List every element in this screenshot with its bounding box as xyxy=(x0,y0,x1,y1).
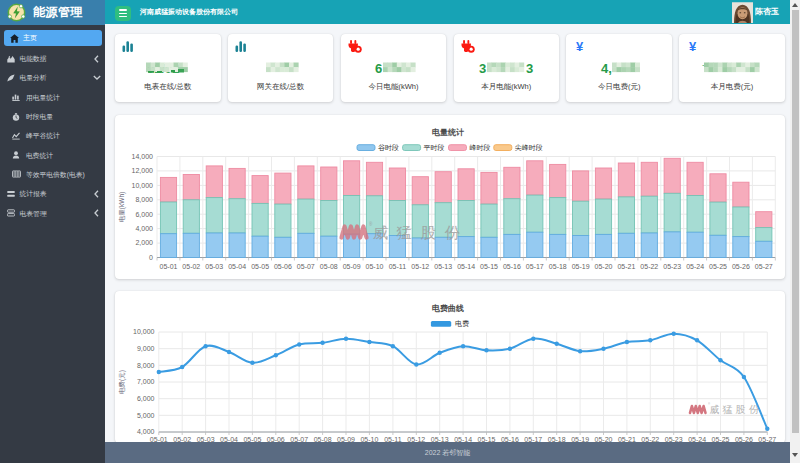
svg-text:05-18: 05-18 xyxy=(549,263,567,270)
svg-text:电费曲线: 电费曲线 xyxy=(432,304,464,313)
svg-text:05-05: 05-05 xyxy=(251,263,269,270)
svg-text:05-10: 05-10 xyxy=(366,263,384,270)
svg-text:8,000: 8,000 xyxy=(137,362,155,369)
svg-text:3: 3 xyxy=(526,61,533,76)
svg-text:05-19: 05-19 xyxy=(572,263,590,270)
svg-text:3: 3 xyxy=(479,61,486,76)
svg-text:05-24: 05-24 xyxy=(686,263,704,270)
svg-text:5,000: 5,000 xyxy=(137,412,155,419)
svg-text:14,000: 14,000 xyxy=(132,152,154,159)
svg-text:8,000: 8,000 xyxy=(135,196,153,203)
svg-text:05-23: 05-23 xyxy=(663,263,681,270)
svg-text:05-22: 05-22 xyxy=(640,263,658,270)
svg-text:9,000: 9,000 xyxy=(137,345,155,352)
svg-text:威猛股份: 威猛股份 xyxy=(709,404,762,415)
svg-text:威猛股份: 威猛股份 xyxy=(373,223,469,240)
svg-text:平时段: 平时段 xyxy=(424,144,445,151)
svg-text:05-16: 05-16 xyxy=(503,263,521,270)
svg-text:7,000: 7,000 xyxy=(137,378,155,385)
svg-text:05-09: 05-09 xyxy=(343,263,361,270)
svg-text:05-17: 05-17 xyxy=(526,263,544,270)
svg-text:10,000: 10,000 xyxy=(133,328,155,335)
svg-text:05-21: 05-21 xyxy=(617,263,635,270)
svg-text:4,000: 4,000 xyxy=(135,224,153,231)
svg-text:05-01: 05-01 xyxy=(160,263,178,270)
svg-text:12,000: 12,000 xyxy=(132,167,154,174)
svg-text:10,000: 10,000 xyxy=(132,181,154,188)
svg-text:2,000: 2,000 xyxy=(135,239,153,246)
svg-text:4,000: 4,000 xyxy=(137,428,155,435)
svg-text:05-13: 05-13 xyxy=(434,263,452,270)
svg-text:谷时段: 谷时段 xyxy=(378,144,399,152)
svg-text:05-26: 05-26 xyxy=(732,263,750,270)
svg-text:05-07: 05-07 xyxy=(297,263,315,270)
svg-text:6,000: 6,000 xyxy=(135,210,153,217)
svg-text:05-14: 05-14 xyxy=(457,263,475,270)
svg-text:电量(kWh): 电量(kWh) xyxy=(118,191,126,221)
svg-text:电费: 电费 xyxy=(455,320,469,327)
svg-text:电费(元): 电费(元) xyxy=(118,370,126,394)
svg-text:05-11: 05-11 xyxy=(389,263,406,270)
svg-text:05-04: 05-04 xyxy=(228,263,246,270)
svg-text:05-20: 05-20 xyxy=(595,263,613,270)
svg-text:05-02: 05-02 xyxy=(182,263,200,270)
svg-text:05-25: 05-25 xyxy=(709,263,727,270)
svg-text:6,000: 6,000 xyxy=(137,395,155,402)
svg-text:电量统计: 电量统计 xyxy=(432,126,464,136)
svg-text:05-15: 05-15 xyxy=(480,263,498,270)
svg-text:05-06: 05-06 xyxy=(274,263,292,270)
svg-text:05-08: 05-08 xyxy=(320,263,338,270)
svg-text:6: 6 xyxy=(375,61,382,76)
svg-text:05-03: 05-03 xyxy=(205,263,223,270)
svg-text:0: 0 xyxy=(149,253,153,260)
svg-text:05-27: 05-27 xyxy=(755,263,773,270)
svg-text:4,: 4, xyxy=(601,61,612,76)
svg-text:尖峰时段: 尖峰时段 xyxy=(515,144,543,151)
svg-text:05-12: 05-12 xyxy=(411,263,429,270)
svg-text:峰时段: 峰时段 xyxy=(470,144,491,151)
